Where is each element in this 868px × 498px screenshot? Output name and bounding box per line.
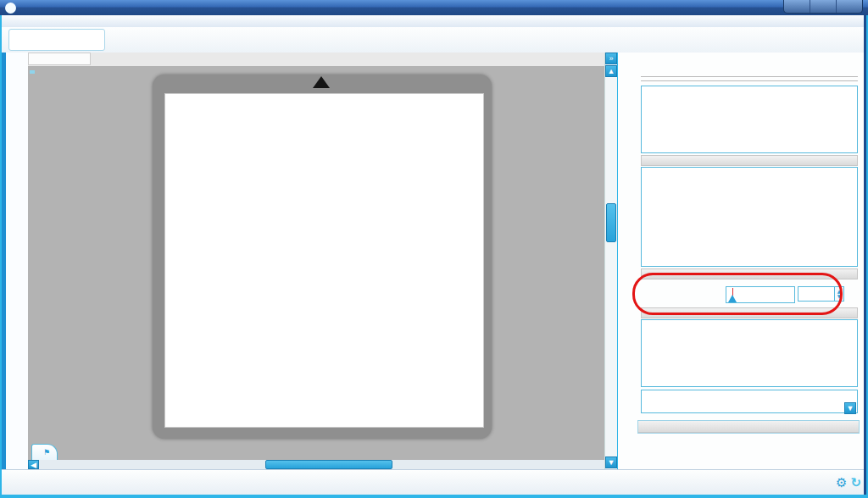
open-library-icon[interactable] (47, 30, 66, 49)
settings-gear-icon[interactable]: ⚙ (836, 475, 847, 490)
menu-bar (2, 15, 866, 28)
scroll-left-button[interactable]: ◀ (28, 460, 39, 469)
left-toolbar (6, 53, 28, 469)
hscroll-thumb[interactable] (265, 460, 392, 469)
panel-expand-button[interactable]: » (605, 53, 617, 64)
tool-group (8, 29, 105, 51)
close-button[interactable] (836, 0, 862, 13)
panel-scroll-down-button[interactable]: ▼ (844, 402, 856, 414)
totals-header (638, 421, 859, 433)
vertical-scrollbar[interactable]: » ▲ ▼ (604, 53, 617, 469)
add-method-list (641, 319, 858, 387)
bottom-toolbar: ⚙ ↻ (2, 469, 866, 495)
document-tab[interactable]: ⚑ (31, 444, 58, 460)
top-toolbar (2, 27, 866, 53)
rhinestone-panel: ▲ ▼ ▼ (618, 53, 864, 469)
window-right-edge (864, 15, 866, 495)
app-logo-icon (5, 3, 16, 14)
rhinestone-design[interactable] (28, 66, 604, 469)
horizontal-ruler (28, 53, 604, 67)
vscroll-thumb[interactable] (606, 203, 616, 242)
app-window: » ▲ ▼ ◀ ⚑ ▲ ▼ (0, 0, 868, 498)
open-file-icon[interactable] (29, 30, 47, 49)
cursor-position-indicator (28, 53, 91, 65)
window-controls (783, 0, 863, 14)
fill-mode-list (641, 86, 858, 153)
scroll-up-button[interactable]: ▲ (605, 65, 617, 77)
annotation-oval (632, 273, 843, 315)
size-option-list (641, 167, 858, 267)
sync-refresh-icon[interactable]: ↻ (850, 475, 861, 490)
minimize-button[interactable] (784, 0, 810, 13)
scroll-down-button[interactable]: ▼ (605, 456, 617, 468)
release-button-box (641, 390, 858, 413)
window-bottom-edge (0, 495, 868, 498)
size-section-header (641, 155, 858, 166)
view-mode-badge (30, 70, 35, 74)
document-tab-bar: ⚑ (28, 444, 604, 460)
maximize-button[interactable] (810, 0, 836, 13)
save-icon[interactable] (66, 30, 85, 49)
panel-title-divider (641, 76, 858, 81)
new-document-icon[interactable] (10, 30, 29, 49)
design-canvas[interactable] (28, 66, 604, 469)
tab-pin-icon[interactable]: ⚑ (43, 448, 50, 456)
horizontal-scrollbar[interactable]: ◀ (28, 460, 604, 469)
title-bar (0, 0, 868, 15)
totals-table (637, 420, 860, 434)
save-to-library-icon[interactable] (85, 30, 103, 49)
